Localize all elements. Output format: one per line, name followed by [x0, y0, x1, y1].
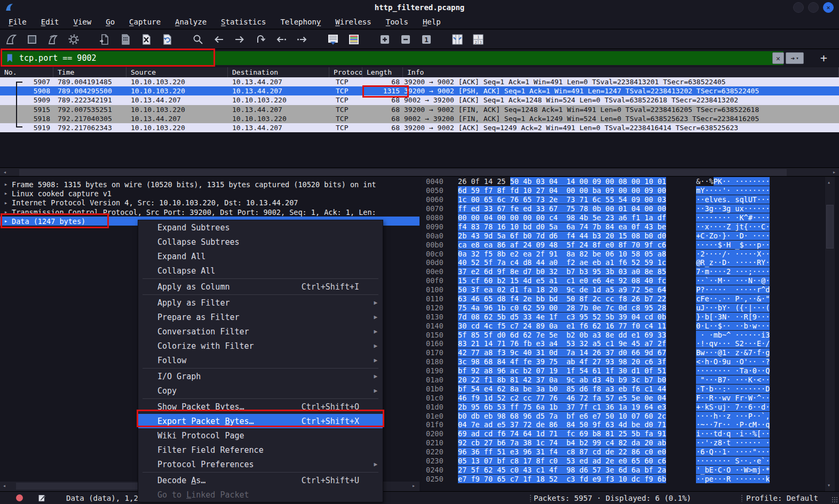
menu-analyze[interactable]: Analyze — [175, 18, 207, 26]
menu-item-expand-subtrees[interactable]: Expand Subtrees — [138, 220, 383, 235]
menu-help[interactable]: Help — [423, 18, 441, 26]
hex-row-0240[interactable]: 024027 5f 62 45 c0 43 c1 4f 98 d6 57 3e … — [422, 466, 824, 475]
hex-row-0100[interactable]: 010050 3f ea 02 d1 fa 18 20 9c de 1d a5 … — [422, 285, 824, 294]
menu-edit[interactable]: Edit — [41, 18, 59, 26]
hex-row-0060[interactable]: 00601c 00 65 6c 76 65 73 2e 73 71 6c 55 … — [422, 195, 824, 204]
close-button[interactable]: ✕ — [823, 2, 834, 13]
resize-grip[interactable] — [832, 497, 838, 503]
start-capture-icon[interactable] — [4, 33, 18, 46]
hex-row-0160[interactable]: 016083 21 14 71 76 fb e3 a4 53 32 a5 c1 … — [422, 339, 824, 348]
hex-row-0220[interactable]: 022096 36 ff 51 e3 96 31 f4 c8 87 cd de … — [422, 447, 824, 457]
menu-item-wiki-protocol-page[interactable]: Wiki Protocol Page — [138, 428, 383, 443]
hex-row-0190[interactable]: 0190bf 92 a8 96 ac b2 07 19 1f 54 61 1f … — [422, 366, 824, 375]
display-filter-input[interactable]: tcp.port == 9002 — [2, 51, 783, 65]
menu-item-expand-all[interactable]: Expand All — [138, 249, 383, 263]
packet-bytes-pane[interactable]: 004026 0f 14 25 50 4b 03 04 14 00 09 00 … — [422, 177, 824, 491]
expert-info-icon[interactable] — [16, 494, 23, 501]
hex-row-0040[interactable]: 004026 0f 14 25 50 4b 03 04 14 00 09 00 … — [422, 177, 824, 186]
detail-row-1[interactable]: ▸Linux cooked capture v1 — [0, 189, 420, 198]
statusbar-splitter[interactable] — [529, 494, 532, 502]
menu-telephony[interactable]: Telephony — [280, 18, 321, 26]
expand-arrow-icon[interactable]: ▸ — [0, 218, 12, 225]
hex-row-00d0[interactable]: 00d040 52 5f 7a c4 d8 44 a0 f2 ae eb a1 … — [422, 258, 824, 267]
column-header-info[interactable]: Info — [403, 67, 839, 77]
scroll-left-icon[interactable]: ◂ — [3, 169, 6, 175]
menu-statistics[interactable]: Statistics — [221, 18, 266, 26]
scroll-left-icon[interactable]: ◂ — [3, 483, 6, 489]
column-header-destination[interactable]: Destination — [228, 67, 329, 77]
menu-item-i-o-graph[interactable]: I/O Graph▶ — [138, 369, 383, 383]
hex-row-00c0[interactable]: 00c00a 32 f5 8b e2 ea 2f 91 8a 82 be 06 … — [422, 249, 824, 258]
detail-row-3[interactable]: ▸Transmission Control Protocol, Src Port… — [0, 207, 420, 217]
hex-row-0120[interactable]: 012075 4a 96 1b c0 62 59 00 28 7b 0e 7c … — [422, 303, 824, 312]
hex-row-0200[interactable]: 020069 ad cd f6 74 64 1d 71 fc 69 b8 81 … — [422, 429, 824, 438]
packet-row-5919[interactable]: 5919792.21706234310.10.103.22010.13.44.2… — [0, 123, 839, 132]
menu-capture[interactable]: Capture — [129, 18, 161, 26]
menu-go[interactable]: Go — [106, 18, 115, 26]
hex-row-0050[interactable]: 00506d 59 f7 8f fd 10 27 04 00 00 ba 09 … — [422, 186, 824, 195]
close-file-icon[interactable] — [139, 33, 153, 46]
hex-row-0250[interactable]: 0250e7 f9 70 65 c7 1f 18 52 c3 fd e9 f3 … — [422, 474, 824, 483]
menu-file[interactable]: File — [9, 18, 27, 26]
filter-clear-button[interactable]: ✕ — [772, 52, 784, 64]
auto-scroll-icon[interactable] — [326, 33, 340, 46]
packet-row-5915[interactable]: 5915792.00753525110.10.103.22010.13.44.2… — [0, 105, 839, 114]
hex-row-00a0[interactable]: 00a02b 43 9d 5a 6f b0 7d d6 f4 44 b3 20 … — [422, 231, 824, 240]
last-packet-icon[interactable] — [295, 33, 309, 46]
filter-bookmark-icon[interactable] — [5, 53, 15, 63]
menu-view[interactable]: View — [73, 18, 91, 26]
menu-item-apply-as-filter[interactable]: Apply as Filter▶ — [138, 295, 383, 310]
packet-row-5907[interactable]: 5907789.00419148510.10.103.22010.13.44.2… — [0, 77, 839, 86]
menu-item-copy[interactable]: Copy▶ — [138, 383, 383, 398]
packet-row-5918[interactable]: 5918792.21704030510.13.44.20710.10.103.2… — [0, 114, 839, 123]
packet-list-header[interactable]: No.TimeSourceDestinationProtocolLengthIn… — [0, 67, 839, 77]
menu-item-show-packet-bytes[interactable]: Show Packet Bytes…Ctrl+Shift+O — [138, 399, 383, 414]
go-to-packet-icon[interactable] — [254, 33, 267, 46]
first-packet-icon[interactable] — [274, 33, 288, 46]
hex-row-0210[interactable]: 021092 cb 27 b6 7a 38 1c 74 b4 b2 99 c4 … — [422, 438, 824, 447]
menu-item-prepare-as-filter[interactable]: Prepare as Filter▶ — [138, 310, 383, 324]
hex-row-01c0[interactable]: 01c046 f9 1d 52 c2 cc 77 76 46 72 fa 57 … — [422, 393, 824, 402]
expand-arrow-icon[interactable]: ▸ — [0, 199, 12, 206]
hex-row-0170[interactable]: 017042 77 a8 f3 9c 40 31 0d 7a 14 26 37 … — [422, 348, 824, 357]
column-header-no[interactable]: No. — [0, 67, 53, 77]
layout-123-icon[interactable]: 123 — [471, 33, 485, 46]
zoom-100-icon[interactable]: 1 — [420, 33, 433, 46]
colorize-packets-icon[interactable] — [347, 33, 361, 46]
hex-row-0230[interactable]: 023005 13 07 bf c8 17 8f c0 53 ed ad 2e … — [422, 457, 824, 466]
hex-row-00b0[interactable]: 00b0ca e8 ea 86 af 24 09 48 5f 24 8f e0 … — [422, 240, 824, 249]
expand-arrow-icon[interactable]: ▸ — [0, 190, 12, 197]
menu-item-filter-field-reference[interactable]: Filter Field Reference — [138, 443, 383, 457]
open-file-icon[interactable] — [98, 33, 112, 46]
detail-row-0[interactable]: ▸Frame 5908: 1315 bytes on wire (10520 b… — [0, 180, 420, 189]
menu-item-colorize-with-filter[interactable]: Colorize with Filter▶ — [138, 339, 383, 353]
stop-capture-icon[interactable] — [25, 33, 39, 46]
column-header-time[interactable]: Time — [53, 67, 126, 77]
go-back-icon[interactable] — [212, 33, 226, 46]
hex-row-0090[interactable]: 0090f4 83 78 16 10 bd d0 5a 6a 74 7b 84 … — [422, 222, 824, 231]
scrollbar-thumb[interactable] — [826, 205, 834, 249]
packet-row-5909[interactable]: 5909789.22234219110.13.44.20710.10.103.2… — [0, 95, 839, 105]
filter-apply-button[interactable]: ➔▾ — [786, 52, 804, 64]
find-packet-icon[interactable] — [191, 33, 205, 46]
menu-item-collapse-subtrees[interactable]: Collapse Subtrees — [138, 235, 383, 249]
scroll-right-icon[interactable]: ▸ — [412, 483, 415, 489]
capture-options-icon[interactable] — [67, 33, 81, 46]
resize-columns-icon[interactable] — [450, 33, 464, 46]
maximize-button[interactable] — [808, 2, 819, 13]
reload-file-icon[interactable] — [160, 33, 174, 46]
scroll-up-icon[interactable]: ▴ — [827, 179, 830, 185]
menu-item-decode-as[interactable]: Decode As…Ctrl+Shift+U — [138, 473, 383, 487]
menu-tools[interactable]: Tools — [386, 18, 408, 26]
profile-text[interactable]: Profile: Default — [746, 494, 818, 502]
menu-item-follow[interactable]: Follow▶ — [138, 353, 383, 367]
hex-row-0130[interactable]: 01307d 08 62 5b d5 33 4e 1f c3 95 52 5b … — [422, 312, 824, 321]
menu-wireless[interactable]: Wireless — [335, 18, 371, 26]
column-header-protocol[interactable]: Protocol — [329, 67, 362, 77]
packet-list-hscrollbar[interactable]: ◂ ▸ — [0, 167, 839, 177]
menu-item-export-packet-bytes[interactable]: Export Packet Bytes…Ctrl+Shift+X — [138, 414, 383, 428]
hex-row-01f0[interactable]: 01f004 7e ad e5 37 72 de 86 84 50 9f 63 … — [422, 420, 824, 429]
hex-row-01a0[interactable]: 01a020 22 f1 8b 81 42 37 0a 9c ab d3 4b … — [422, 375, 824, 385]
zoom-in-icon[interactable] — [378, 33, 392, 46]
bytes-vscrollbar[interactable]: ▴ ▾ — [825, 177, 835, 491]
